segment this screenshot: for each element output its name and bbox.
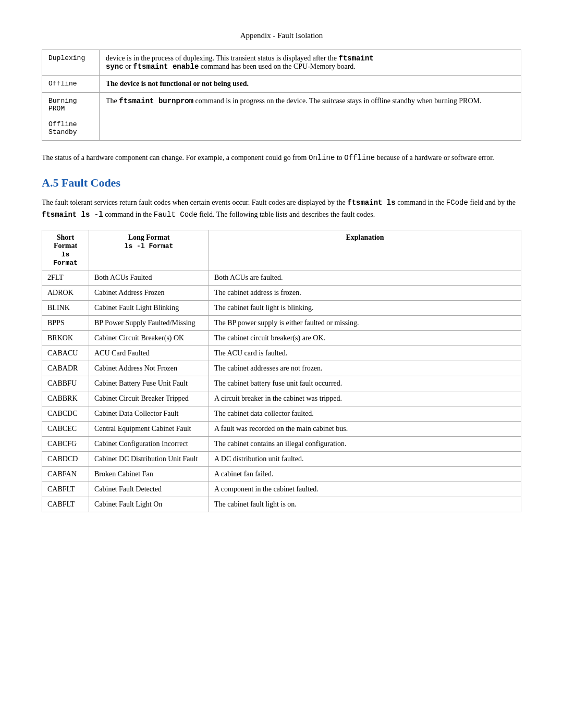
fault-long: Cabinet Circuit Breaker Tripped bbox=[89, 391, 209, 406]
fault-explanation: A cabinet fan failed. bbox=[209, 467, 521, 482]
section-heading: A.5 Fault Codes bbox=[42, 176, 521, 190]
status-desc-offline: The device is not functional or not bein… bbox=[100, 76, 521, 93]
col-header-long: Long Format ls -l Format bbox=[89, 230, 209, 270]
table-header-row: Short Format ls Format Long Format ls -l… bbox=[42, 230, 521, 270]
col-header-short: Short Format ls Format bbox=[42, 230, 89, 270]
fault-short: BPPS bbox=[42, 316, 89, 331]
table-row: CABACUACU Card FaultedThe ACU card is fa… bbox=[42, 346, 521, 361]
status-label-offline: Offline bbox=[42, 76, 100, 93]
fault-explanation: The cabinet addresses are not frozen. bbox=[209, 361, 521, 376]
fault-explanation: A DC distribution unit faulted. bbox=[209, 452, 521, 467]
fault-explanation: The cabinet address is frozen. bbox=[209, 286, 521, 301]
fault-long: ACU Card Faulted bbox=[89, 346, 209, 361]
fault-short: CABFLT bbox=[42, 482, 89, 497]
fault-long: Cabinet Battery Fuse Unit Fault bbox=[89, 376, 209, 391]
fault-long: Broken Cabinet Fan bbox=[89, 467, 209, 482]
table-row: BRKOKCabinet Circuit Breaker(s) OKThe ca… bbox=[42, 331, 521, 346]
table-row: CABBRKCabinet Circuit Breaker TrippedA c… bbox=[42, 391, 521, 406]
col-header-explanation: Explanation bbox=[209, 230, 521, 270]
fault-explanation: A component in the cabinet faulted. bbox=[209, 482, 521, 497]
page-title: Appendix - Fault Isolation bbox=[42, 31, 521, 40]
table-row: CABADRCabinet Address Not FrozenThe cabi… bbox=[42, 361, 521, 376]
fault-long: Cabinet Data Collector Fault bbox=[89, 406, 209, 422]
table-row: BPPSBP Power Supply Faulted/MissingThe B… bbox=[42, 316, 521, 331]
fault-short: CABDCD bbox=[42, 452, 89, 467]
fault-short: CABBFU bbox=[42, 376, 89, 391]
fault-short: CABCEC bbox=[42, 422, 89, 437]
fault-short: BLINK bbox=[42, 301, 89, 316]
status-label-duplexing: Duplexing bbox=[42, 50, 100, 76]
fault-long: Cabinet Address Frozen bbox=[89, 286, 209, 301]
fault-short: CABCDC bbox=[42, 406, 89, 422]
intro-paragraph: The fault tolerant services return fault… bbox=[42, 197, 521, 220]
table-row: CABBFUCabinet Battery Fuse Unit FaultThe… bbox=[42, 376, 521, 391]
fault-short: CABACU bbox=[42, 346, 89, 361]
fault-explanation: The cabinet circuit breaker(s) are OK. bbox=[209, 331, 521, 346]
fault-short: CABFAN bbox=[42, 467, 89, 482]
fault-explanation: The ACU card is faulted. bbox=[209, 346, 521, 361]
fault-explanation: A fault was recorded on the main cabinet… bbox=[209, 422, 521, 437]
table-row: 2FLTBoth ACUs FaultedBoth ACUs are fault… bbox=[42, 270, 521, 286]
fault-long: Central Equipment Cabinet Fault bbox=[89, 422, 209, 437]
table-row: Offline The device is not functional or … bbox=[42, 76, 521, 93]
fault-long: Both ACUs Faulted bbox=[89, 270, 209, 286]
table-row: CABFANBroken Cabinet FanA cabinet fan fa… bbox=[42, 467, 521, 482]
fault-long: Cabinet DC Distribution Unit Fault bbox=[89, 452, 209, 467]
fault-long: BP Power Supply Faulted/Missing bbox=[89, 316, 209, 331]
fault-explanation: Both ACUs are faulted. bbox=[209, 270, 521, 286]
fault-explanation: A circuit breaker in the cabinet was tri… bbox=[209, 391, 521, 406]
fault-short: CABBRK bbox=[42, 391, 89, 406]
fault-short: CABCFG bbox=[42, 437, 89, 452]
fault-long: Cabinet Configuration Incorrect bbox=[89, 437, 209, 452]
table-row: CABCDCCabinet Data Collector FaultThe ca… bbox=[42, 406, 521, 422]
fault-long: Cabinet Fault Detected bbox=[89, 482, 209, 497]
fault-short: CABFLT bbox=[42, 497, 89, 512]
status-table: Duplexing device is in the process of du… bbox=[42, 50, 521, 141]
status-paragraph: The status of a hardware component can c… bbox=[42, 152, 521, 164]
fault-short: CABADR bbox=[42, 361, 89, 376]
fault-long: Cabinet Fault Light On bbox=[89, 497, 209, 512]
status-desc-duplexing: device is in the process of duplexing. T… bbox=[100, 50, 521, 76]
fault-explanation: The cabinet fault light is on. bbox=[209, 497, 521, 512]
fault-codes-table: Short Format ls Format Long Format ls -l… bbox=[42, 230, 521, 512]
fault-explanation: The cabinet battery fuse unit fault occu… bbox=[209, 376, 521, 391]
status-label-burning: Burning PROM Offline Standby bbox=[42, 93, 100, 141]
fault-short: 2FLT bbox=[42, 270, 89, 286]
fault-long: Cabinet Circuit Breaker(s) OK bbox=[89, 331, 209, 346]
fault-long: Cabinet Fault Light Blinking bbox=[89, 301, 209, 316]
table-row: CABCFGCabinet Configuration IncorrectThe… bbox=[42, 437, 521, 452]
status-desc-burning: The ftsmaint burnprom command is in prog… bbox=[100, 93, 521, 141]
fault-explanation: The BP power supply is either faulted or… bbox=[209, 316, 521, 331]
table-row: CABDCDCabinet DC Distribution Unit Fault… bbox=[42, 452, 521, 467]
fault-short: ADROK bbox=[42, 286, 89, 301]
table-row: Duplexing device is in the process of du… bbox=[42, 50, 521, 76]
fault-explanation: The cabinet data collector faulted. bbox=[209, 406, 521, 422]
table-row: ADROKCabinet Address FrozenThe cabinet a… bbox=[42, 286, 521, 301]
table-row: CABFLTCabinet Fault Light OnThe cabinet … bbox=[42, 497, 521, 512]
table-row: Burning PROM Offline Standby The ftsmain… bbox=[42, 93, 521, 141]
fault-short: BRKOK bbox=[42, 331, 89, 346]
table-row: BLINKCabinet Fault Light BlinkingThe cab… bbox=[42, 301, 521, 316]
fault-explanation: The cabinet fault light is blinking. bbox=[209, 301, 521, 316]
table-row: CABCECCentral Equipment Cabinet FaultA f… bbox=[42, 422, 521, 437]
fault-long: Cabinet Address Not Frozen bbox=[89, 361, 209, 376]
fault-explanation: The cabinet contains an illegal configur… bbox=[209, 437, 521, 452]
table-row: CABFLTCabinet Fault DetectedA component … bbox=[42, 482, 521, 497]
